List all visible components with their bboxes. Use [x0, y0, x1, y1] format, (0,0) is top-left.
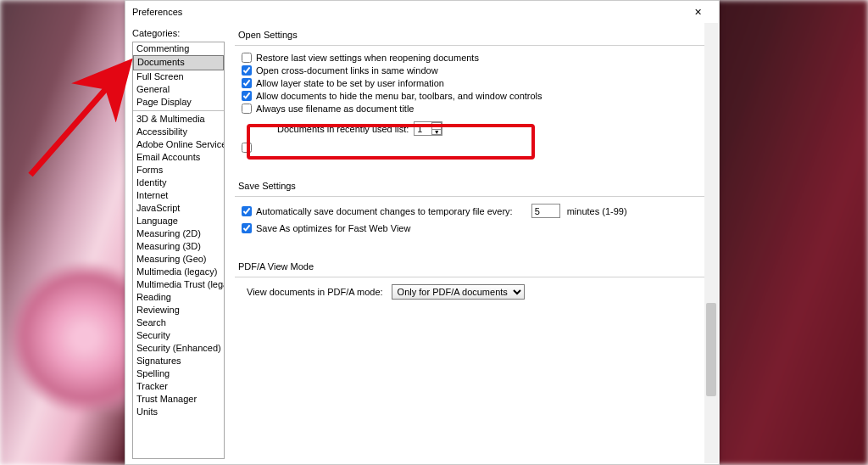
crossdoc-checkbox[interactable]: [242, 65, 252, 76]
restore-label: Restore last view settings when reopenin…: [256, 53, 479, 63]
category-item[interactable]: Measuring (3D): [133, 240, 224, 253]
dialog-titlebar: Preferences ✕: [125, 1, 719, 23]
autosave-label: Automatically save document changes to t…: [256, 206, 513, 216]
category-item[interactable]: Measuring (Geo): [133, 253, 224, 266]
checkbox-row-layerstate: Allow layer state to be set by user info…: [242, 78, 705, 88]
category-item[interactable]: Forms: [133, 164, 224, 176]
category-item[interactable]: Security: [133, 329, 224, 342]
category-item[interactable]: Full Screen: [133, 70, 224, 83]
pdfa-row: View documents in PDF/A mode: Only for P…: [242, 284, 705, 300]
checkbox-row-filenametitle: Always use filename as document title: [242, 104, 705, 114]
checkbox-row-hidemenus: Allow documents to hide the menu bar, to…: [242, 91, 705, 101]
category-item[interactable]: Reading: [133, 291, 224, 304]
checkbox-row-restore: Restore last view settings when reopenin…: [242, 53, 705, 63]
category-item[interactable]: Trust Manager: [133, 393, 224, 406]
divider: [235, 45, 705, 46]
chevron-up-icon[interactable]: ▲: [431, 122, 442, 129]
categories-panel: Categories: CommentingDocumentsFull Scre…: [125, 23, 230, 464]
autosave-row: Automatically save document changes to t…: [242, 204, 705, 218]
fastweb-label: Save As optimizes for Fast Web View: [256, 223, 410, 233]
category-item[interactable]: Multimedia Trust (legacy): [133, 278, 224, 291]
restore-checkbox[interactable]: [242, 53, 252, 63]
category-item[interactable]: Signatures: [133, 355, 224, 367]
fastweb-row: Save As optimizes for Fast Web View: [242, 223, 705, 233]
category-item[interactable]: Tracker: [133, 380, 224, 393]
category-item[interactable]: Language: [133, 215, 224, 227]
recent-docs-label: Documents in recently used list:: [277, 124, 409, 134]
autosave-minutes-input[interactable]: [531, 204, 560, 218]
layerstate-label: Allow layer state to be set by user info…: [256, 78, 444, 88]
category-item[interactable]: Spelling: [133, 367, 224, 380]
dialog-title: Preferences: [132, 7, 683, 17]
layerstate-checkbox[interactable]: [242, 78, 252, 88]
open-settings-heading: Open Settings: [238, 30, 705, 40]
category-item[interactable]: Reviewing: [133, 304, 224, 317]
divider: [235, 277, 705, 277]
category-item[interactable]: Accessibility: [133, 126, 224, 138]
pdfa-label: View documents in PDF/A mode:: [247, 287, 383, 297]
dialog-scrollbar[interactable]: [704, 23, 718, 463]
scrollbar-thumb[interactable]: [706, 303, 716, 396]
category-item[interactable]: Units: [133, 406, 224, 418]
divider: [235, 196, 705, 197]
save-settings-heading: Save Settings: [238, 181, 705, 191]
settings-content: Open Settings Restore last view settings…: [230, 23, 719, 464]
category-item[interactable]: JavaScript: [133, 202, 224, 215]
filenametitle-label: Always use filename as document title: [256, 104, 414, 114]
hidden-checkbox[interactable]: [242, 143, 252, 153]
fastweb-checkbox[interactable]: [242, 223, 252, 233]
close-button[interactable]: ✕: [683, 3, 712, 21]
categories-list[interactable]: CommentingDocumentsFull ScreenGeneralPag…: [132, 42, 225, 459]
close-icon: ✕: [694, 8, 702, 17]
category-item[interactable]: 3D & Multimedia: [133, 113, 224, 126]
crossdoc-label: Open cross-document links in same window: [256, 65, 438, 76]
category-item[interactable]: Adobe Online Services: [133, 138, 224, 151]
categories-label: Categories:: [132, 28, 225, 38]
category-item[interactable]: General: [133, 83, 224, 96]
category-item[interactable]: Identity: [133, 176, 224, 189]
hidemenus-label: Allow documents to hide the menu bar, to…: [256, 91, 542, 101]
category-item[interactable]: Internet: [133, 189, 224, 202]
category-item[interactable]: Search: [133, 317, 224, 329]
autosave-units: minutes (1-99): [567, 206, 627, 216]
category-item[interactable]: Measuring (2D): [133, 227, 224, 240]
category-item[interactable]: Email Accounts: [133, 151, 224, 164]
recent-docs-stepper[interactable]: ▲ ▼: [414, 121, 442, 136]
category-item[interactable]: Page Display: [133, 96, 224, 109]
preferences-dialog: Preferences ✕ Categories: CommentingDocu…: [125, 0, 720, 465]
pdfa-mode-select[interactable]: Only for PDF/A documentsNeverAlways: [392, 284, 525, 300]
category-item[interactable]: Documents: [133, 55, 224, 70]
category-item[interactable]: Security (Enhanced): [133, 342, 224, 355]
pdfa-heading: PDF/A View Mode: [238, 261, 705, 272]
hidemenus-checkbox[interactable]: [242, 91, 252, 101]
category-item[interactable]: Commenting: [133, 42, 224, 55]
category-item[interactable]: Multimedia (legacy): [133, 266, 224, 278]
autosave-checkbox[interactable]: [242, 206, 252, 216]
chevron-down-icon[interactable]: ▼: [431, 129, 442, 136]
checkbox-row-crossdoc: Open cross-document links in same window: [242, 65, 705, 76]
hidden-checkbox-row: x: [242, 143, 705, 153]
recent-docs-row: Documents in recently used list: ▲ ▼: [277, 116, 705, 141]
filenametitle-checkbox[interactable]: [242, 104, 252, 114]
